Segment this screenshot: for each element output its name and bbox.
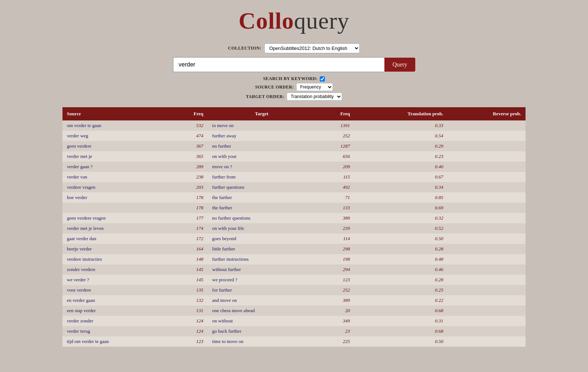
freq-cell: 289 bbox=[169, 162, 208, 172]
target-cell: to move on bbox=[208, 120, 315, 131]
source-cell: verder met je bbox=[62, 151, 169, 162]
target-order-select[interactable]: Translation probabilityFrequencyAlphabet… bbox=[287, 93, 342, 101]
source-order-label: Source order: bbox=[255, 84, 294, 90]
source-cell: zonder verdere bbox=[62, 264, 169, 275]
table-row: verder zonder 124 on without 349 0.31 bbox=[62, 316, 526, 326]
col-header-freq: Freq bbox=[169, 107, 208, 120]
tfreq-cell: 133 bbox=[316, 203, 355, 213]
source-cell: verder terug bbox=[62, 326, 169, 336]
col-header-rprob: Reverse prob. bbox=[448, 107, 526, 120]
tprob-cell: 0.28 bbox=[354, 275, 448, 285]
results-table: Source Freq Target Freq Translation prob… bbox=[62, 107, 526, 347]
tfreq-cell: 209 bbox=[316, 162, 355, 172]
tprob-cell: 0.50 bbox=[354, 336, 448, 347]
col-header-source: Source bbox=[62, 107, 169, 120]
tfreq-cell: 225 bbox=[316, 336, 355, 347]
target-cell: goes beyond bbox=[208, 234, 315, 244]
tprob-cell: 0.34 bbox=[354, 182, 448, 192]
freq-cell: 172 bbox=[169, 234, 208, 244]
freq-cell: 123 bbox=[169, 336, 208, 347]
rprob-cell bbox=[448, 316, 526, 326]
freq-cell: 131 bbox=[169, 306, 208, 316]
tprob-cell: 0.25 bbox=[354, 285, 448, 295]
target-cell: move on ? bbox=[208, 162, 315, 172]
tprob-cell: 0.67 bbox=[354, 172, 448, 182]
table-row: voor verdere 135 for further 252 0.25 bbox=[62, 285, 526, 295]
target-cell: on with your bbox=[208, 151, 315, 162]
tprob-cell: 0.52 bbox=[354, 223, 448, 234]
target-cell: little further bbox=[208, 244, 315, 254]
freq-cell: 145 bbox=[169, 275, 208, 285]
target-cell: no further questions bbox=[208, 213, 315, 223]
tprob-cell: 0.48 bbox=[354, 254, 448, 264]
source-cell: een stap verder bbox=[62, 306, 169, 316]
source-cell: verder van bbox=[62, 172, 169, 182]
tfreq-cell: 389 bbox=[316, 213, 355, 223]
tfreq-cell: 198 bbox=[316, 254, 355, 264]
rprob-cell bbox=[448, 336, 526, 347]
tfreq-cell: 294 bbox=[316, 264, 355, 275]
freq-cell: 145 bbox=[169, 264, 208, 275]
source-cell: tijd om verder te gaan bbox=[62, 336, 169, 347]
freq-cell: 474 bbox=[169, 131, 208, 141]
tprob-cell: 0.23 bbox=[354, 151, 448, 162]
tprob-cell: 0.29 bbox=[354, 141, 448, 151]
rprob-cell bbox=[448, 285, 526, 295]
table-row: verder gaan ? 289 move on ? 209 0.40 bbox=[62, 162, 526, 172]
rprob-cell bbox=[448, 203, 526, 213]
table-row: verdere vragen 203 further questions 492… bbox=[62, 182, 526, 192]
tfreq-cell: 389 bbox=[316, 295, 355, 306]
target-cell: further from bbox=[208, 172, 315, 182]
col-header-target: Target bbox=[208, 107, 315, 120]
rprob-cell bbox=[448, 213, 526, 223]
source-cell: beetje verder bbox=[62, 244, 169, 254]
rprob-cell bbox=[448, 306, 526, 316]
rprob-cell bbox=[448, 151, 526, 162]
tfreq-cell: 349 bbox=[316, 316, 355, 326]
table-row: verder van 238 further from 115 0.67 bbox=[62, 172, 526, 182]
table-row: zonder verdere 145 without further 294 0… bbox=[62, 264, 526, 275]
tfreq-cell: 1391 bbox=[316, 120, 355, 131]
query-button[interactable]: Query bbox=[384, 58, 415, 72]
rprob-cell bbox=[448, 326, 526, 336]
rprob-cell bbox=[448, 172, 526, 182]
freq-cell: 178 bbox=[169, 203, 208, 213]
search-by-keyword-checkbox[interactable] bbox=[320, 76, 325, 82]
rprob-cell bbox=[448, 254, 526, 264]
source-cell: we verder ? bbox=[62, 275, 169, 285]
source-cell: verder zonder bbox=[62, 316, 169, 326]
search-input[interactable] bbox=[173, 57, 384, 72]
table-row: tijd om verder te gaan 123 time to move … bbox=[62, 336, 526, 347]
freq-cell: 124 bbox=[169, 316, 208, 326]
rprob-cell bbox=[448, 275, 526, 285]
table-row: geen verdere 367 no further 1287 0.29 bbox=[62, 141, 526, 151]
freq-cell: 148 bbox=[169, 254, 208, 264]
target-cell: and move on bbox=[208, 295, 315, 306]
table-row: 178 the further 133 0.69 bbox=[62, 203, 526, 213]
source-cell: gaat verder dan bbox=[62, 234, 169, 244]
freq-cell: 365 bbox=[169, 151, 208, 162]
freq-cell: 532 bbox=[169, 120, 208, 131]
table-row: verder met je 365 on with your 656 0.23 bbox=[62, 151, 526, 162]
table-row: en verder gaan 132 and move on 389 0.22 bbox=[62, 295, 526, 306]
target-cell: no further bbox=[208, 141, 315, 151]
rprob-cell bbox=[448, 223, 526, 234]
source-cell: en verder gaan bbox=[62, 295, 169, 306]
tprob-cell: 0.50 bbox=[354, 234, 448, 244]
table-row: verder terug 124 go back further 23 0.68 bbox=[62, 326, 526, 336]
tprob-cell: 0.69 bbox=[354, 203, 448, 213]
freq-cell: 238 bbox=[169, 172, 208, 182]
freq-cell: 132 bbox=[169, 295, 208, 306]
table-row: verder met je leven 174 on with your lif… bbox=[62, 223, 526, 234]
table-row: we verder ? 145 we proceed ? 123 0.28 bbox=[62, 275, 526, 285]
source-cell: voor verdere bbox=[62, 285, 169, 295]
target-cell: further instructions bbox=[208, 254, 315, 264]
target-cell: without further bbox=[208, 264, 315, 275]
rprob-cell bbox=[448, 244, 526, 254]
tprob-cell: 0.68 bbox=[354, 326, 448, 336]
rprob-cell bbox=[448, 192, 526, 203]
title-part1: Collo bbox=[239, 8, 294, 34]
collection-select[interactable]: OpenSubtitles2012: Dutch to English bbox=[264, 43, 360, 53]
source-order-select[interactable]: FrequencyAlphabetical bbox=[296, 83, 333, 91]
table-row: gaat verder dan 172 goes beyond 114 0.50 bbox=[62, 234, 526, 244]
